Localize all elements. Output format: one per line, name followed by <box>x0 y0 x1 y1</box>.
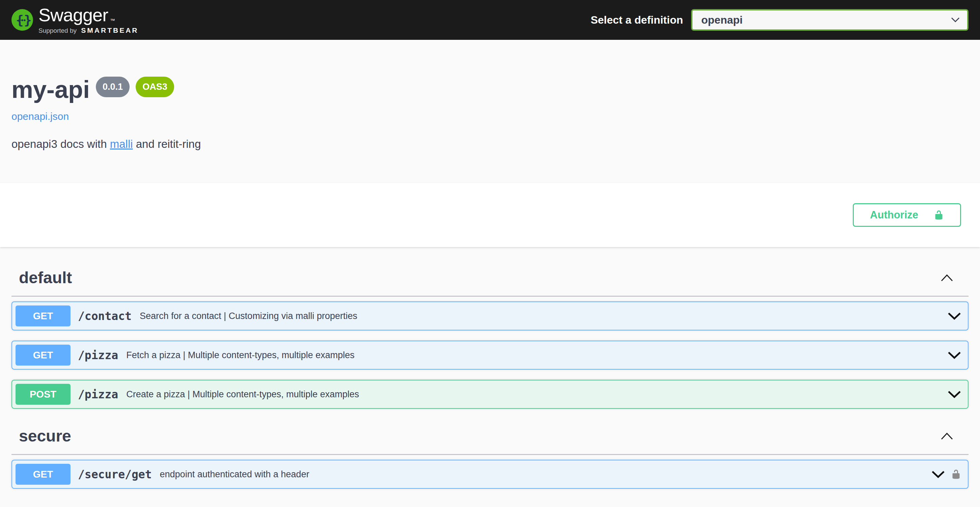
operation-path: /contact <box>78 309 132 323</box>
section-title: secure <box>19 426 941 446</box>
section-header[interactable]: secure <box>11 425 969 455</box>
page-title: my-api <box>11 75 90 104</box>
http-method-badge: POST <box>16 384 70 405</box>
chevron-up-icon <box>941 274 953 282</box>
swagger-logo-icon: { } <box>11 9 33 31</box>
supported-by-label: Supported by <box>38 27 76 34</box>
topbar: { } Swagger ™ Supported by SMARTBEAR Sel… <box>0 0 980 40</box>
operation-row[interactable]: GET /secure/get endpoint authenticated w… <box>11 460 969 489</box>
operation-summary-bar[interactable]: POST /pizza Create a pizza | Multiple co… <box>12 380 968 408</box>
operation-row[interactable]: GET /pizza Fetch a pizza | Multiple cont… <box>11 341 969 370</box>
http-method-badge: GET <box>16 344 70 365</box>
collapse-section-button[interactable] <box>941 432 953 440</box>
section-header[interactable]: default <box>11 267 969 297</box>
operation-description: Search for a contact | Customizing via m… <box>140 311 948 321</box>
select-definition-label: Select a definition <box>590 14 683 26</box>
operation-summary-bar[interactable]: GET /secure/get endpoint authenticated w… <box>12 461 968 488</box>
section-operations: GET /contact Search for a contact | Cust… <box>11 301 969 409</box>
authorize-button[interactable]: Authorize <box>853 203 961 227</box>
chevron-down-icon[interactable] <box>948 351 961 359</box>
spec-url-link[interactable]: openapi.json <box>11 111 69 122</box>
chevron-up-icon <box>941 432 953 440</box>
lock-unlocked-icon[interactable] <box>951 468 961 481</box>
operation-description: Create a pizza | Multiple content-types,… <box>126 389 948 400</box>
tag-section: default GET /contact Search for a contac… <box>11 267 969 409</box>
brand-trademark: ™ <box>110 18 115 36</box>
chevron-down-icon[interactable] <box>948 391 961 398</box>
definition-picker: Select a definition openapi <box>590 9 969 31</box>
operation-row[interactable]: GET /contact Search for a contact | Cust… <box>11 301 969 330</box>
api-info: my-api 0.0.1 OAS3 openapi.json openapi3 … <box>0 75 980 151</box>
unlock-icon <box>934 209 944 221</box>
version-badge: 0.0.1 <box>96 77 130 97</box>
operation-summary-bar[interactable]: GET /pizza Fetch a pizza | Multiple cont… <box>12 341 968 369</box>
definition-select[interactable]: openapi <box>691 9 969 31</box>
swagger-logo-link[interactable]: { } Swagger ™ Supported by SMARTBEAR <box>11 6 138 34</box>
chevron-down-icon[interactable] <box>948 312 961 320</box>
http-method-badge: GET <box>16 306 70 327</box>
chevron-down-icon[interactable] <box>931 470 945 478</box>
authorize-label: Authorize <box>870 209 918 221</box>
description-text: and reitit-ring <box>133 138 201 150</box>
operation-description: endpoint authenticated with a header <box>160 469 931 480</box>
section-operations: GET /secure/get endpoint authenticated w… <box>11 460 969 489</box>
operation-path: /secure/get <box>78 468 152 481</box>
operation-summary-bar[interactable]: GET /contact Search for a contact | Cust… <box>12 302 968 330</box>
tag-section: secure GET /secure/get endpoint authenti… <box>11 425 969 489</box>
collapse-section-button[interactable] <box>941 274 953 282</box>
operation-path: /pizza <box>78 388 118 401</box>
oas3-badge: OAS3 <box>136 77 174 97</box>
operation-path: /pizza <box>78 349 118 362</box>
api-description: openapi3 docs with malli and reitit-ring <box>11 138 969 151</box>
malli-link[interactable]: malli <box>110 138 133 150</box>
operation-description: Fetch a pizza | Multiple content-types, … <box>126 350 948 360</box>
section-title: default <box>19 268 941 288</box>
scheme-container: Authorize <box>0 183 980 247</box>
operation-row[interactable]: POST /pizza Create a pizza | Multiple co… <box>11 380 969 409</box>
description-text: openapi3 docs with <box>11 138 110 150</box>
operations-list: default GET /contact Search for a contac… <box>0 267 980 489</box>
http-method-badge: GET <box>16 464 70 485</box>
brand-name: Swagger <box>38 6 108 24</box>
